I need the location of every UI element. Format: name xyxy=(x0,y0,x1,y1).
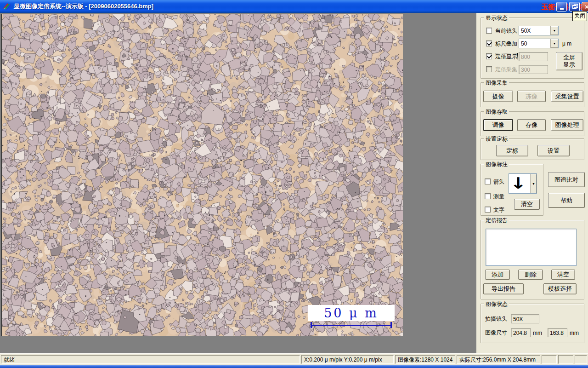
text-checkbox[interactable] xyxy=(485,207,491,213)
image-process-button[interactable]: 图像处理 xyxy=(551,119,583,131)
chevron-down-icon[interactable]: ▼ xyxy=(530,174,537,193)
down-arrow-icon: ↓ xyxy=(510,173,526,193)
minimize-button[interactable] xyxy=(556,2,567,12)
lens-label: 拍摄镜头 xyxy=(485,316,507,322)
report-clear-button[interactable]: 清空 xyxy=(551,270,575,280)
atlas-compare-button[interactable]: 图谱比对 xyxy=(548,172,585,187)
height-unit-label: mm xyxy=(570,330,579,336)
calibrate-button[interactable]: 定标 xyxy=(496,145,528,156)
lens-value-field: 50X xyxy=(511,314,539,323)
ruler-overlay-checkbox[interactable] xyxy=(486,40,492,46)
report-delete-button[interactable]: 删除 xyxy=(518,270,543,280)
close-button[interactable]: × xyxy=(582,2,588,12)
current-lens-combo[interactable]: 50X ▼ xyxy=(519,26,559,35)
client-area: 50 μ m xyxy=(0,13,476,353)
window-title: 显微图像定倍系统--演示版 - [20090602055646.bmp] xyxy=(14,0,153,13)
freeze-button: 冻像 xyxy=(517,91,546,102)
width-unit-label: mm xyxy=(533,330,542,336)
micrograph-image xyxy=(2,14,403,336)
scale-bar-line xyxy=(311,325,391,326)
title-bar: 显微图像定倍系统--演示版 - [20090602055646.bmp] 玉衡仪… xyxy=(0,0,588,13)
status-empty-panel xyxy=(558,355,573,364)
restore-icon xyxy=(572,5,577,9)
camera-button[interactable]: 摄像 xyxy=(483,91,513,102)
micrograph-viewport[interactable]: 50 μ m xyxy=(1,14,403,336)
status-empty-panel xyxy=(542,355,557,364)
app-icon xyxy=(2,2,11,11)
fixed-capture-label: 定倍采集 xyxy=(495,66,517,73)
status-ready: 就绪 xyxy=(1,355,300,364)
storage-group: 图像存取 调像 存像 图像处理 xyxy=(481,111,584,136)
annotation-group: 图像标注 箭头 ↓ ▼ 测量 清空 文字 xyxy=(481,164,543,216)
size-label: 图像尺寸 xyxy=(485,329,507,336)
minimize-icon xyxy=(560,6,564,10)
save-image-button[interactable]: 存像 xyxy=(517,119,546,131)
scale-bar-tick-left xyxy=(311,322,312,328)
ruler-overlay-label: 标尺叠加 xyxy=(495,40,517,47)
display-status-legend: 显示状态 xyxy=(484,14,509,22)
app-window: 显微图像定倍系统--演示版 - [20090602055646.bmp] 玉衡仪… xyxy=(0,0,588,368)
template-select-button[interactable]: 模板选择 xyxy=(543,283,577,294)
fixed-capture-field: 300 xyxy=(519,65,548,74)
chevron-down-icon[interactable]: ▼ xyxy=(550,39,558,48)
current-lens-label: 当前镜头 xyxy=(495,28,517,34)
setup-button[interactable]: 设置 xyxy=(537,145,570,156)
fixed-display-label: 定倍显示 xyxy=(495,53,517,60)
fixed-capture-checkbox xyxy=(486,66,492,72)
measure-checkbox[interactable] xyxy=(485,193,491,199)
load-image-button[interactable]: 调像 xyxy=(483,119,513,131)
help-button[interactable]: 帮助 xyxy=(548,193,585,208)
report-group: 定倍报告 添加 删除 清空 导出报告 模板选择 xyxy=(481,220,584,299)
annotation-legend: 图像标注 xyxy=(484,161,509,168)
display-status-group: 显示状态 当前镜头 50X ▼ 标尺叠加 50 ▼ μ m 定倍显示 800 定… xyxy=(481,17,584,79)
ruler-unit-label: μ m xyxy=(562,40,571,47)
calibration-legend: 设置定标 xyxy=(484,135,509,143)
report-legend: 定倍报告 xyxy=(484,217,509,224)
report-list[interactable] xyxy=(486,229,577,266)
calibration-group: 设置定标 定标 设置 xyxy=(481,138,584,160)
fullscreen-button[interactable]: 全屏显示 xyxy=(556,52,582,70)
fullscreen-button-label: 全屏显示 xyxy=(562,54,577,69)
image-status-legend: 图像状态 xyxy=(484,300,509,308)
scale-bar-label: 50 μ m xyxy=(308,305,395,321)
window-bottom-border xyxy=(0,365,588,368)
fixed-display-field: 800 xyxy=(519,52,548,61)
status-image-pixels: 图像像素:1280 X 1024 xyxy=(395,355,455,364)
ruler-value-combo[interactable]: 50 ▼ xyxy=(519,39,559,48)
current-lens-checkbox[interactable] xyxy=(486,28,492,34)
fixed-display-checkbox[interactable] xyxy=(486,53,492,59)
close-tooltip: 关闭 xyxy=(572,11,587,21)
scale-bar-tick-right xyxy=(390,322,392,328)
image-status-group: 图像状态 拍摄镜头 50X 图像尺寸 204.8 mm 163.8 mm xyxy=(481,304,584,343)
report-add-button[interactable]: 添加 xyxy=(485,270,510,280)
restore-button[interactable] xyxy=(569,2,580,12)
control-panel: 显示状态 当前镜头 50X ▼ 标尺叠加 50 ▼ μ m 定倍显示 800 定… xyxy=(476,13,588,353)
arrow-label: 箭头 xyxy=(493,178,504,185)
storage-legend: 图像存取 xyxy=(484,108,509,116)
capture-group: 图像采集 摄像 冻像 采集设置 xyxy=(481,82,584,107)
capture-settings-button[interactable]: 采集设置 xyxy=(551,91,583,102)
clear-annotation-button[interactable]: 清空 xyxy=(514,199,540,210)
width-value-field: 204.8 xyxy=(511,328,531,337)
height-value-field: 163.8 xyxy=(548,328,567,337)
capture-legend: 图像采集 xyxy=(484,79,509,87)
status-actual-size: 实际尺寸:256.0mm X 204.8mm xyxy=(457,355,540,364)
text-label: 文字 xyxy=(493,207,504,213)
status-bar: 就绪 X:0.200 μ m/pix Y:0.200 μ m/pix 图像像素:… xyxy=(0,353,588,365)
export-report-button[interactable]: 导出报告 xyxy=(483,283,524,294)
status-pixel-scale: X:0.200 μ m/pix Y:0.200 μ m/pix xyxy=(301,355,394,364)
arrow-checkbox[interactable] xyxy=(485,178,491,184)
arrow-style-combo[interactable]: ↓ ▼ xyxy=(509,173,537,194)
measure-label: 测量 xyxy=(493,193,504,200)
chevron-down-icon[interactable]: ▼ xyxy=(550,26,558,35)
status-empty-panel xyxy=(575,355,587,364)
close-icon: × xyxy=(585,3,588,11)
